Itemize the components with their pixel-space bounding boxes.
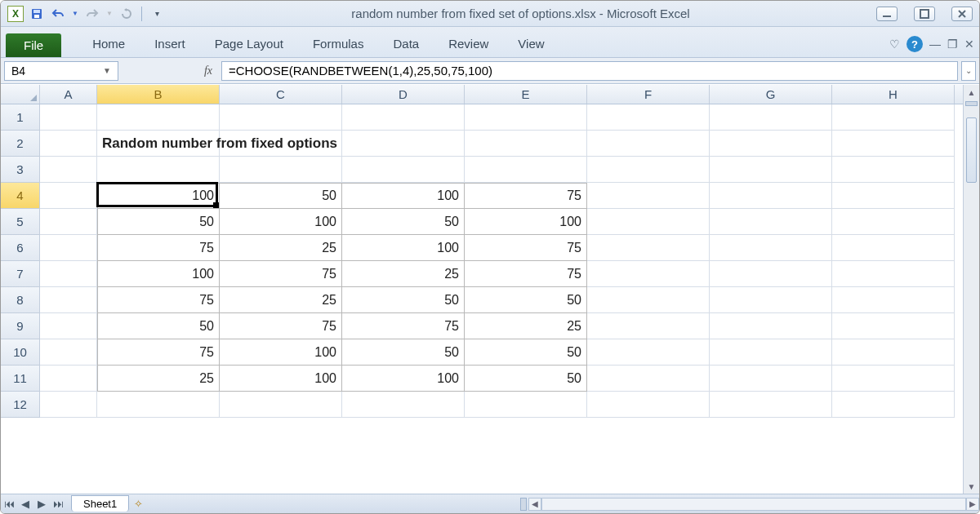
workbook-minimize-icon[interactable]: — bbox=[929, 38, 941, 51]
name-box[interactable]: B4 ▼ bbox=[4, 61, 118, 81]
cell[interactable] bbox=[710, 287, 832, 313]
cell[interactable] bbox=[832, 183, 955, 209]
cell[interactable] bbox=[220, 392, 342, 418]
workbook-close-icon[interactable]: ✕ bbox=[964, 38, 974, 51]
cell[interactable] bbox=[465, 104, 587, 131]
cell[interactable] bbox=[40, 261, 97, 287]
cell[interactable]: 75 bbox=[342, 313, 465, 339]
cell[interactable] bbox=[710, 235, 832, 261]
redo-button[interactable] bbox=[84, 6, 100, 22]
cell[interactable] bbox=[587, 313, 710, 339]
row-header[interactable]: 4 bbox=[1, 183, 40, 209]
cell[interactable] bbox=[40, 339, 97, 366]
cell[interactable] bbox=[40, 287, 97, 313]
tab-view[interactable]: View bbox=[503, 32, 559, 57]
cell[interactable]: 75 bbox=[220, 261, 342, 287]
cell[interactable] bbox=[832, 235, 955, 261]
hscroll-track[interactable] bbox=[541, 498, 966, 511]
minimize-button[interactable] bbox=[876, 7, 898, 21]
cell[interactable]: 50 bbox=[465, 287, 587, 313]
undo-button[interactable] bbox=[50, 6, 66, 22]
cell[interactable]: 50 bbox=[342, 339, 465, 366]
close-button[interactable] bbox=[951, 7, 973, 21]
cell[interactable] bbox=[832, 287, 955, 313]
cell[interactable] bbox=[587, 339, 710, 366]
scroll-right-icon[interactable]: ▶ bbox=[966, 498, 979, 511]
col-header-d[interactable]: D bbox=[342, 85, 465, 104]
cell[interactable] bbox=[710, 209, 832, 235]
fx-icon[interactable]: fx bbox=[198, 64, 218, 78]
horizontal-scrollbar[interactable]: ◀ ▶ bbox=[520, 497, 979, 512]
cell[interactable] bbox=[97, 157, 220, 183]
row-header[interactable]: 11 bbox=[1, 366, 40, 392]
cell[interactable] bbox=[587, 183, 710, 209]
cell[interactable]: 75 bbox=[220, 313, 342, 339]
cell[interactable]: 50 bbox=[220, 183, 342, 209]
cell[interactable] bbox=[832, 157, 955, 183]
cell[interactable]: 100 bbox=[220, 366, 342, 392]
cell[interactable] bbox=[465, 131, 587, 157]
cell[interactable]: 100 bbox=[342, 366, 465, 392]
cell[interactable] bbox=[710, 104, 832, 131]
cell[interactable] bbox=[832, 209, 955, 235]
tab-page-layout[interactable]: Page Layout bbox=[200, 32, 298, 57]
col-header-c[interactable]: C bbox=[220, 85, 342, 104]
cell[interactable] bbox=[832, 104, 955, 131]
row-header[interactable]: 5 bbox=[1, 209, 40, 235]
tab-home[interactable]: Home bbox=[78, 32, 140, 57]
cell[interactable]: 100 bbox=[342, 183, 465, 209]
cell[interactable] bbox=[832, 313, 955, 339]
tab-insert[interactable]: Insert bbox=[140, 32, 200, 57]
cell[interactable] bbox=[587, 209, 710, 235]
vertical-scrollbar[interactable]: ▲ ▼ bbox=[963, 85, 979, 494]
cell[interactable] bbox=[710, 131, 832, 157]
cell[interactable] bbox=[710, 339, 832, 366]
save-button[interactable] bbox=[29, 6, 45, 22]
cell[interactable] bbox=[97, 104, 220, 131]
file-tab[interactable]: File bbox=[6, 33, 61, 57]
sheet-nav-next-icon[interactable]: ▶ bbox=[34, 497, 49, 512]
cell[interactable] bbox=[40, 104, 97, 131]
cell[interactable] bbox=[587, 235, 710, 261]
cell[interactable] bbox=[832, 339, 955, 366]
row-header[interactable]: 3 bbox=[1, 157, 40, 183]
cell[interactable]: 25 bbox=[465, 313, 587, 339]
row-header[interactable]: 1 bbox=[1, 104, 40, 131]
col-header-b[interactable]: B bbox=[97, 85, 220, 104]
cell[interactable]: 75 bbox=[97, 287, 220, 313]
cell[interactable] bbox=[40, 183, 97, 209]
cell[interactable] bbox=[832, 366, 955, 392]
scroll-thumb[interactable] bbox=[966, 117, 977, 183]
cell[interactable]: 100 bbox=[342, 235, 465, 261]
hsplit-handle[interactable] bbox=[520, 498, 527, 511]
row-header[interactable]: 2 bbox=[1, 131, 40, 157]
cell[interactable] bbox=[342, 392, 465, 418]
row-header[interactable]: 8 bbox=[1, 287, 40, 313]
sheet-tab[interactable]: Sheet1 bbox=[71, 495, 129, 512]
col-header-h[interactable]: H bbox=[832, 85, 955, 104]
cell[interactable] bbox=[465, 392, 587, 418]
repeat-button[interactable] bbox=[118, 6, 135, 22]
cell[interactable]: 50 bbox=[465, 366, 587, 392]
cell[interactable]: 75 bbox=[97, 235, 220, 261]
cell[interactable] bbox=[587, 366, 710, 392]
cell[interactable]: 75 bbox=[465, 235, 587, 261]
col-header-a[interactable]: A bbox=[40, 85, 97, 104]
tab-data[interactable]: Data bbox=[378, 32, 434, 57]
cell[interactable]: 100 bbox=[465, 209, 587, 235]
cell[interactable] bbox=[465, 157, 587, 183]
cell[interactable] bbox=[710, 366, 832, 392]
cell[interactable] bbox=[40, 313, 97, 339]
cell[interactable] bbox=[220, 104, 342, 131]
cell[interactable]: 50 bbox=[97, 209, 220, 235]
cell[interactable] bbox=[710, 313, 832, 339]
cell[interactable] bbox=[342, 131, 465, 157]
cell[interactable]: 25 bbox=[97, 366, 220, 392]
cell[interactable] bbox=[587, 104, 710, 131]
cell[interactable] bbox=[40, 366, 97, 392]
redo-dropdown-icon[interactable]: ▼ bbox=[105, 6, 114, 22]
cell[interactable]: 100 bbox=[97, 183, 220, 209]
cell[interactable]: 75 bbox=[465, 261, 587, 287]
row-header[interactable]: 10 bbox=[1, 339, 40, 366]
cell[interactable] bbox=[40, 392, 97, 418]
